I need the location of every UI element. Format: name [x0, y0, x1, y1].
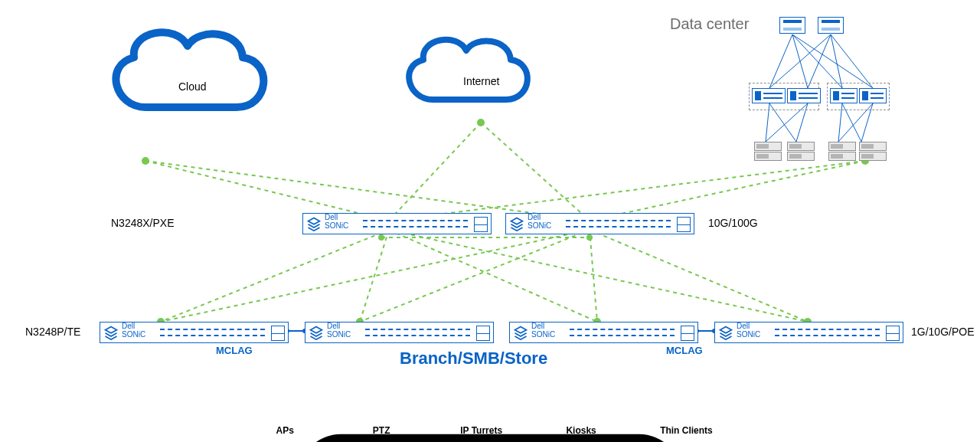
svg-line-7 — [360, 230, 389, 322]
tier1-left-label: N3248X/PXE — [111, 217, 175, 229]
uplink-icon — [474, 217, 488, 232]
dc-server-1d — [787, 152, 815, 161]
dc-spine-2 — [818, 17, 844, 34]
svg-line-32 — [769, 34, 792, 88]
layers-icon — [509, 216, 524, 231]
layers-icon — [513, 325, 528, 340]
tier2-switch-1: DellSONiC — [100, 322, 289, 343]
switch-os: SONiC — [531, 330, 555, 339]
mclag-left: MCLAG — [216, 345, 253, 356]
dc-spine-1 — [779, 17, 805, 34]
svg-point-21 — [586, 234, 593, 241]
endpoint-thin-clients: VDI Thin Clients — [660, 391, 713, 436]
tier2-right-label: 1G/10G/POE — [911, 326, 974, 338]
endpoint-row: APs PTZ IP Turrets Kiosks VDI Thin Clien… — [0, 391, 980, 436]
switch-os: SONiC — [737, 330, 760, 339]
branch-title: Branch/SMB/Store — [400, 349, 547, 368]
svg-point-15 — [142, 157, 149, 165]
uplink-icon — [681, 326, 694, 341]
mclag-right: MCLAG — [666, 345, 703, 356]
svg-point-16 — [477, 119, 485, 126]
dc-leaf-2a — [830, 88, 858, 103]
uplink-icon — [886, 326, 900, 341]
svg-line-0 — [145, 161, 389, 221]
svg-line-5 — [590, 161, 865, 221]
tier2-switch-3: DellSONiC — [509, 322, 698, 343]
tier1-switch-b: DellSONiC — [505, 213, 694, 234]
svg-line-11 — [360, 230, 590, 322]
switch-brand: Dell — [122, 322, 135, 330]
svg-line-2 — [389, 123, 481, 221]
switch-brand: Dell — [325, 213, 338, 221]
datacenter-title: Data center — [670, 15, 749, 33]
dc-server-2d — [859, 152, 887, 161]
switch-brand: Dell — [327, 322, 340, 330]
svg-line-39 — [831, 34, 873, 88]
svg-line-9 — [389, 230, 808, 322]
layers-icon — [309, 325, 324, 340]
cloud-label: Cloud — [178, 80, 207, 93]
switch-brand: Dell — [531, 322, 544, 330]
dc-server-1c — [787, 142, 815, 151]
svg-line-3 — [481, 123, 590, 221]
dc-server-1a — [754, 142, 782, 151]
tier2-left-label: N3248P/TE — [25, 326, 80, 338]
switch-os: SONiC — [122, 330, 145, 339]
tier2-switch-2: DellSONiC — [305, 322, 494, 343]
tier1-right-label: 10G/100G — [708, 217, 758, 229]
svg-line-4 — [389, 161, 865, 221]
switch-os: SONiC — [327, 330, 351, 339]
dc-leaf-1a — [752, 88, 786, 103]
svg-line-13 — [590, 230, 808, 322]
layers-icon — [306, 216, 322, 231]
dc-server-2c — [859, 142, 887, 151]
uplink-icon — [476, 326, 490, 341]
uplink-icon — [677, 217, 691, 232]
switch-os: SONiC — [528, 221, 551, 230]
svg-line-37 — [808, 34, 831, 88]
switch-brand: Dell — [528, 213, 541, 221]
svg-line-1 — [145, 161, 590, 221]
layers-icon — [103, 325, 119, 340]
switch-os: SONiC — [325, 221, 348, 230]
layers-icon — [718, 325, 733, 340]
svg-line-8 — [389, 230, 597, 322]
uplink-icon — [271, 326, 285, 341]
dc-server-2a — [828, 142, 856, 151]
svg-point-20 — [378, 234, 384, 241]
dc-server-1b — [754, 152, 782, 161]
dc-leaf-1b — [787, 88, 821, 103]
svg-line-12 — [590, 230, 597, 322]
dc-server-2b — [828, 152, 856, 161]
switch-brand: Dell — [737, 322, 750, 330]
thin-client-icon: VDI — [668, 391, 704, 422]
internet-label: Internet — [463, 75, 499, 87]
svg-line-6 — [161, 230, 389, 322]
tier2-switch-4: DellSONiC — [714, 322, 903, 343]
dc-leaf-2b — [859, 88, 887, 103]
tier1-switch-a: DellSONiC — [302, 213, 492, 234]
